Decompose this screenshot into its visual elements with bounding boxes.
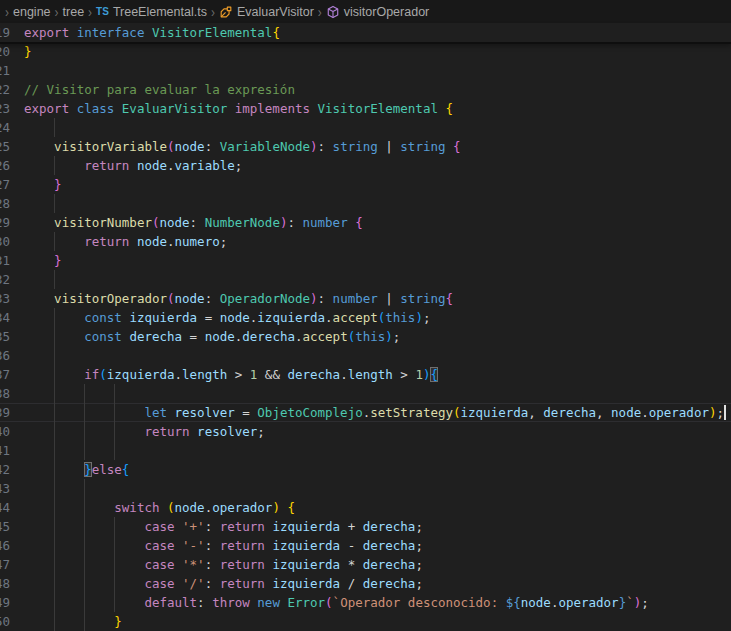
code-line[interactable]: 39 let resolver = ObjetoComplejo.setStra… xyxy=(0,403,731,422)
line-number[interactable]: 30 xyxy=(0,232,10,251)
line-number[interactable]: 33 xyxy=(0,289,10,308)
code-line[interactable]: 49 default: throw new Error(`Operador de… xyxy=(0,593,731,612)
code-token: switch xyxy=(114,500,167,515)
line-number[interactable]: 31 xyxy=(0,251,10,270)
code-token: ) xyxy=(310,291,318,306)
code-line[interactable]: 20} xyxy=(0,42,731,61)
code-token: node xyxy=(175,500,205,515)
line-number[interactable]: 34 xyxy=(0,308,10,327)
line-number[interactable]: 25 xyxy=(0,137,10,156)
code-line[interactable]: 24 xyxy=(0,118,731,137)
line-number[interactable]: 22 xyxy=(0,80,10,99)
indent-guide-icon xyxy=(114,574,115,593)
line-number[interactable]: 37 xyxy=(0,365,10,384)
line-number[interactable]: 23 xyxy=(0,99,10,118)
code-line-content xyxy=(10,194,731,213)
code-line[interactable]: 36 xyxy=(0,346,731,365)
line-number[interactable]: 20 xyxy=(0,42,10,61)
code-line[interactable]: 21 xyxy=(0,61,731,80)
code-line[interactable]: 35 const derecha = node.derecha.accept(t… xyxy=(0,327,731,346)
code-line[interactable]: 38 xyxy=(0,384,731,403)
breadcrumb-item-tree[interactable]: tree xyxy=(63,5,85,19)
line-number[interactable]: 47 xyxy=(0,555,10,574)
code-line[interactable]: 47 case '*': return izquierda * derecha; xyxy=(0,555,731,574)
indent-guide-icon xyxy=(54,555,55,574)
line-number[interactable]: 32 xyxy=(0,270,10,289)
line-number[interactable]: 40 xyxy=(0,422,10,441)
code-line[interactable]: 41 xyxy=(0,441,731,460)
code-token: this xyxy=(355,329,385,344)
code-token: node xyxy=(175,291,205,306)
code-token: : xyxy=(318,291,333,306)
code-token: derecha xyxy=(543,405,596,420)
code-line[interactable]: 25 visitorVariable(node: VariableNode): … xyxy=(0,137,731,156)
line-number[interactable]: 39 xyxy=(0,403,10,422)
code-line[interactable]: 37 if(izquierda.length > 1 && derecha.le… xyxy=(0,365,731,384)
code-token: let xyxy=(144,405,174,420)
code-token: operador xyxy=(649,405,709,420)
code-token: setStrategy xyxy=(370,405,453,420)
line-number[interactable]: 49 xyxy=(0,593,10,612)
code-line[interactable]: 28 xyxy=(0,194,731,213)
breadcrumb-item-treeelemental-ts[interactable]: TSTreeElemental.ts xyxy=(96,5,207,19)
code-line[interactable]: 26 return node.variable; xyxy=(0,156,731,175)
line-number[interactable]: 43 xyxy=(0,479,10,498)
code-line[interactable]: 45 case '+': return izquierda + derecha; xyxy=(0,517,731,536)
line-number[interactable]: 28 xyxy=(0,194,10,213)
code-line[interactable]: 29 visitorNumber(node: NumberNode): numb… xyxy=(0,213,731,232)
code-token: node xyxy=(137,158,167,173)
line-number[interactable]: 45 xyxy=(0,517,10,536)
indent-guide-icon xyxy=(54,612,55,631)
line-number[interactable]: 27 xyxy=(0,175,10,194)
line-number[interactable]: 38 xyxy=(0,384,10,403)
code-token: number xyxy=(303,215,348,230)
line-number[interactable]: 26 xyxy=(0,156,10,175)
line-number[interactable]: 48 xyxy=(0,574,10,593)
code-token: return xyxy=(220,519,273,534)
breadcrumb-item-evaluarvisitor[interactable]: EvaluarVisitor xyxy=(219,5,314,19)
line-number[interactable]: 29 xyxy=(0,213,10,232)
breadcrumb-item-engine[interactable]: engine xyxy=(13,5,51,19)
code-token: . xyxy=(167,234,175,249)
line-number[interactable]: 41 xyxy=(0,441,10,460)
breadcrumb-item-label: engine xyxy=(13,5,51,19)
breadcrumb-item-visitoroperador[interactable]: visitorOperador xyxy=(326,5,429,19)
code-line[interactable]: 22// Visitor para evaluar la expresión xyxy=(0,80,731,99)
code-line[interactable]: 42 }else{ xyxy=(0,460,731,479)
line-number[interactable]: 35 xyxy=(0,327,10,346)
code-token: case xyxy=(144,519,182,534)
code-line[interactable]: 44 switch (node.operador) { xyxy=(0,498,731,517)
code-line[interactable]: 34 const izquierda = node.izquierda.acce… xyxy=(0,308,731,327)
line-number[interactable]: 24 xyxy=(0,118,10,137)
code-line[interactable]: 32 xyxy=(0,270,731,289)
code-token: EvaluarVisitor xyxy=(122,101,235,116)
code-line[interactable]: 27 } xyxy=(0,175,731,194)
code-line[interactable]: 50 } xyxy=(0,612,731,631)
indent-guide-icon xyxy=(114,422,115,441)
code-line[interactable]: 40 return resolver; xyxy=(0,422,731,441)
line-number[interactable]: 46 xyxy=(0,536,10,555)
code-line[interactable]: 48 case '/': return izquierda / derecha; xyxy=(0,574,731,593)
code-token: | xyxy=(378,139,401,154)
code-token: ` xyxy=(626,595,634,610)
code-line[interactable]: 23export class EvaluarVisitor implements… xyxy=(0,99,731,118)
line-number[interactable]: 50 xyxy=(0,612,10,631)
code-line-content xyxy=(10,441,731,460)
line-number[interactable]: 36 xyxy=(0,346,10,365)
code-token: visitorOperador xyxy=(54,291,167,306)
code-line[interactable]: 33 visitorOperador(node: OperadorNode): … xyxy=(0,289,731,308)
code-line-content: let resolver = ObjetoComplejo.setStrateg… xyxy=(10,403,731,422)
code-line[interactable]: 30 return node.numero; xyxy=(0,232,731,251)
line-number[interactable]: 21 xyxy=(0,61,10,80)
line-number[interactable]: 42 xyxy=(0,460,10,479)
line-number[interactable]: 44 xyxy=(0,498,10,517)
code-line[interactable]: 31 } xyxy=(0,251,731,270)
code-line[interactable]: 46 case '-': return izquierda - derecha; xyxy=(0,536,731,555)
sticky-scroll-line[interactable]: 19export interface VisitorElemental{ xyxy=(0,23,731,42)
indent-guide-icon xyxy=(84,612,85,631)
line-number[interactable]: 19 xyxy=(0,23,10,42)
code-area[interactable]: 19export interface VisitorElemental{20}2… xyxy=(0,23,731,631)
code-line[interactable]: 43 xyxy=(0,479,731,498)
code-token: { xyxy=(445,101,453,116)
code-token: = xyxy=(205,310,220,325)
